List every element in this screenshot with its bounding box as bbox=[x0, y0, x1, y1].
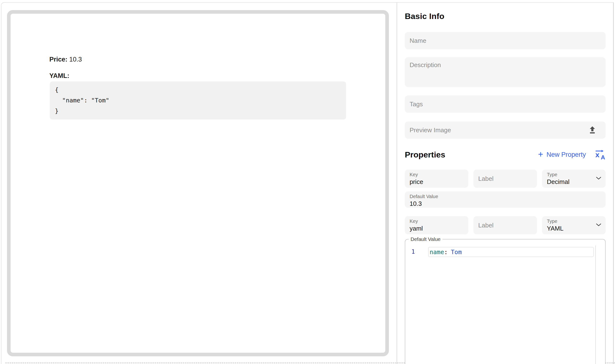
yaml-value-token: Tom bbox=[451, 249, 461, 256]
code-line: { bbox=[55, 85, 346, 95]
form-builder-app: Price: 10.3 YAML: { "name": "Tom" } Basi… bbox=[0, 0, 615, 364]
key-label: Key bbox=[410, 219, 463, 224]
chevron-down-icon bbox=[596, 223, 601, 226]
preview-price-line: Price: 10.3 bbox=[49, 55, 82, 63]
label-input[interactable]: Label bbox=[474, 216, 537, 234]
translate-icon[interactable]: x A bbox=[595, 150, 606, 160]
editor-content-edge bbox=[595, 246, 596, 364]
preview-price-label: Price: bbox=[49, 56, 68, 63]
default-value-label: Default Value bbox=[410, 194, 601, 199]
default-value-value: 10.3 bbox=[410, 200, 601, 207]
type-select[interactable]: Type Decimal bbox=[542, 169, 606, 188]
code-line: } bbox=[55, 106, 346, 116]
new-property-label: New Property bbox=[546, 151, 586, 158]
properties-header: Properties + New Property x A bbox=[405, 149, 606, 160]
label-placeholder: Label bbox=[478, 222, 494, 229]
type-select[interactable]: Type YAML bbox=[542, 216, 606, 234]
name-input[interactable]: Name bbox=[405, 32, 606, 49]
preview-image-upload-field[interactable]: Preview Image bbox=[405, 121, 606, 139]
yaml-default-value-editor[interactable]: Default Value 1 name:Tom bbox=[405, 236, 606, 364]
panel-divider bbox=[396, 3, 397, 364]
code-line: "name": "Tom" bbox=[55, 95, 346, 106]
label-input[interactable]: Label bbox=[474, 169, 537, 188]
new-property-button[interactable]: + New Property bbox=[538, 151, 586, 159]
default-value-input[interactable]: Default Value 10.3 bbox=[405, 191, 606, 208]
type-label: Type bbox=[547, 172, 601, 177]
yaml-key-token: name bbox=[430, 249, 444, 256]
editor-line-number: 1 bbox=[409, 248, 415, 255]
key-input[interactable]: Key price bbox=[405, 169, 468, 188]
basic-info-title: Basic Info bbox=[405, 12, 444, 21]
preview-code-block: { "name": "Tom" } bbox=[50, 81, 346, 119]
key-value: yaml bbox=[410, 225, 463, 232]
property-row-price: Key price Label Type Decimal bbox=[405, 169, 606, 187]
svg-text:x: x bbox=[596, 151, 600, 159]
yaml-colon-token: : bbox=[444, 249, 448, 256]
preview-image-placeholder: Preview Image bbox=[410, 127, 451, 134]
description-placeholder: Description bbox=[410, 61, 441, 68]
tags-placeholder: Tags bbox=[410, 101, 423, 108]
name-placeholder: Name bbox=[410, 37, 426, 44]
editor-active-line[interactable]: name:Tom bbox=[428, 247, 594, 257]
type-value: YAML bbox=[547, 225, 601, 232]
upload-icon[interactable] bbox=[588, 126, 597, 134]
editor-legend: Default Value bbox=[409, 236, 443, 242]
description-input[interactable]: Description bbox=[405, 57, 606, 87]
preview-yaml-label: YAML: bbox=[49, 72, 69, 79]
type-label: Type bbox=[547, 219, 601, 224]
key-input[interactable]: Key yaml bbox=[405, 216, 468, 234]
property-row-yaml: Key yaml Label Type YAML bbox=[405, 216, 606, 234]
right-scrollbar-track[interactable] bbox=[613, 3, 614, 364]
key-label: Key bbox=[410, 172, 463, 177]
preview-price-value: 10.3 bbox=[69, 56, 82, 63]
type-value: Decimal bbox=[547, 178, 601, 185]
label-placeholder: Label bbox=[478, 175, 494, 182]
chevron-down-icon bbox=[596, 177, 601, 180]
plus-icon: + bbox=[538, 150, 543, 159]
tags-input[interactable]: Tags bbox=[405, 95, 606, 113]
svg-text:A: A bbox=[601, 154, 605, 160]
key-value: price bbox=[410, 178, 463, 185]
properties-title: Properties bbox=[405, 150, 445, 159]
